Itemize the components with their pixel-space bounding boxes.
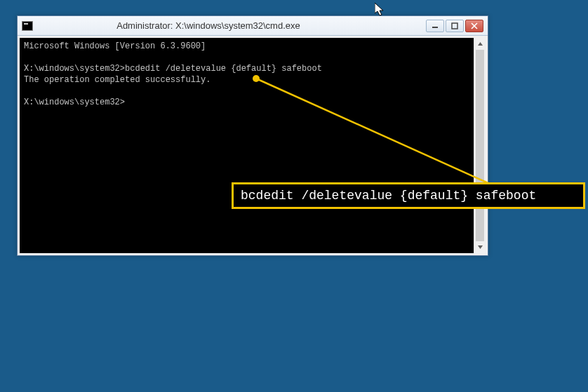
scroll-down-button[interactable] [474,241,486,253]
cmd-icon [22,21,33,31]
terminal-output[interactable]: Microsoft Windows [Version 6.3.9600] X:\… [20,38,474,253]
cmd-window: Administrator: X:\windows\system32\cmd.e… [17,15,488,256]
maximize-button[interactable] [446,20,464,32]
window-title: Administrator: X:\windows\system32\cmd.e… [37,20,422,31]
scroll-up-button[interactable] [474,38,486,50]
scroll-thumb[interactable] [476,50,484,241]
output-line: The operation completed successfully. [24,75,211,85]
callout-box: bcdedit /deletevalue {default} safeboot [232,182,585,209]
output-line: Microsoft Windows [Version 6.3.9600] [24,41,206,51]
svg-rect-1 [452,23,457,29]
callout-text: bcdedit /deletevalue {default} safeboot [241,189,536,203]
output-line: X:\windows\system32> [24,97,125,107]
vertical-scrollbar[interactable] [474,38,486,253]
mouse-cursor-icon [375,3,386,17]
terminal-area: Microsoft Windows [Version 6.3.9600] X:\… [18,36,488,255]
window-controls [426,20,483,32]
titlebar[interactable]: Administrator: X:\windows\system32\cmd.e… [18,16,488,36]
svg-rect-0 [432,27,438,28]
output-line: X:\windows\system32>bcdedit /deletevalue… [24,64,322,74]
scroll-track[interactable] [474,50,486,241]
minimize-button[interactable] [426,20,444,32]
close-button[interactable] [465,20,483,32]
